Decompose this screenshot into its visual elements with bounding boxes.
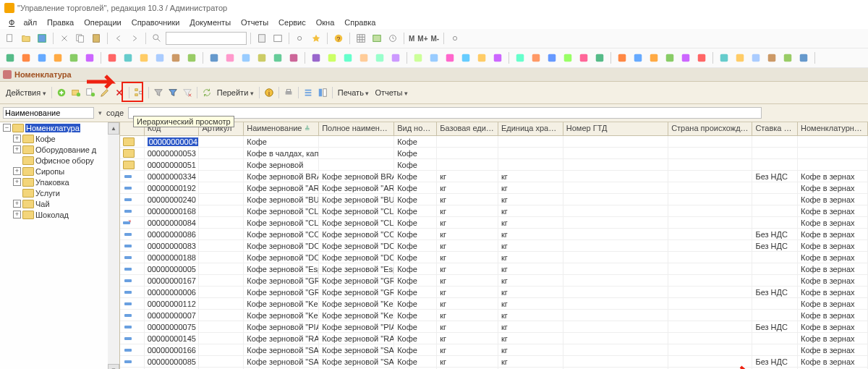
goto-menu[interactable]: Перейти bbox=[214, 88, 257, 97]
folder-tree[interactable]: −Номенклатура +Кофе+Оборудование дОфисно… bbox=[0, 122, 120, 369]
tree-item[interactable]: Офисное обору bbox=[0, 155, 119, 166]
toolbar2-btn-8[interactable] bbox=[137, 51, 151, 65]
toolbar2-btn-32[interactable] bbox=[545, 51, 559, 65]
delete-icon[interactable] bbox=[112, 85, 127, 100]
tree-item[interactable]: +Сиропы bbox=[0, 166, 119, 177]
toolbar2-btn-13[interactable] bbox=[223, 51, 237, 65]
tree-root[interactable]: Номенклатура bbox=[25, 124, 80, 132]
cut-icon[interactable] bbox=[57, 31, 72, 46]
table-row[interactable]: 00000000166Кофе зерновой "SAN P…Кофе зер… bbox=[120, 344, 868, 356]
toolbar2-btn-12[interactable] bbox=[207, 51, 221, 65]
toolbar2-btn-4[interactable] bbox=[67, 51, 81, 65]
table-row[interactable]: 00000000086Кофе зерновой "COST…Кофе зерн… bbox=[120, 229, 868, 240]
toolbar2-btn-44[interactable] bbox=[749, 51, 763, 65]
toolbar2-btn-25[interactable] bbox=[427, 51, 441, 65]
search-icon[interactable] bbox=[150, 31, 164, 46]
toolbar2-btn-33[interactable] bbox=[561, 51, 575, 65]
toolbar2-btn-24[interactable] bbox=[411, 51, 425, 65]
toolbar2-btn-34[interactable] bbox=[576, 51, 591, 65]
toolbar2-btn-14[interactable] bbox=[239, 51, 253, 65]
toolbar2-btn-31[interactable] bbox=[529, 51, 543, 65]
table-row[interactable]: 00000000083Кофе зерновой "DODIC…Кофе зер… bbox=[120, 240, 868, 252]
table-row[interactable]: 00000000007Кофе зерновой "Kenya …Кофе зе… bbox=[120, 310, 868, 321]
filter-icon[interactable] bbox=[151, 85, 166, 100]
tree-item[interactable]: +Упаковка bbox=[0, 177, 119, 187]
toolbar2-btn-22[interactable] bbox=[373, 51, 387, 65]
table-row[interactable]: 00000000168Кофе зерновой "CLASS…Кофе зер… bbox=[120, 205, 868, 217]
table-row[interactable]: 00000000167Кофе зерновой "GRAN …Кофе зер… bbox=[120, 275, 868, 287]
table-icon[interactable] bbox=[370, 31, 384, 46]
detail-icon[interactable] bbox=[315, 85, 330, 100]
toolbar2-btn-17[interactable] bbox=[286, 51, 301, 65]
toolbar2-btn-10[interactable] bbox=[169, 51, 183, 65]
col-kind[interactable]: Вид номенкл… bbox=[394, 122, 437, 135]
add-folder-icon[interactable] bbox=[69, 85, 83, 100]
toolbar2-btn-16[interactable] bbox=[271, 51, 285, 65]
calendar-icon[interactable] bbox=[271, 31, 285, 46]
table-row[interactable]: 00000000334Кофе зерновой BRAZI…Кофе зерн… bbox=[120, 171, 868, 182]
toolbar2-btn-41[interactable] bbox=[694, 51, 709, 65]
toolbar2-btn-23[interactable] bbox=[388, 51, 403, 65]
hierarchy-view-button[interactable] bbox=[132, 85, 146, 100]
save-icon[interactable] bbox=[35, 31, 49, 46]
col-country[interactable]: Страна происхождения bbox=[668, 122, 752, 135]
help-icon[interactable]: ? bbox=[331, 31, 346, 46]
toolbar2-btn-46[interactable] bbox=[780, 51, 795, 65]
search-combo[interactable] bbox=[166, 32, 247, 45]
col-vat[interactable]: Ставка НДС bbox=[752, 122, 798, 135]
table-row[interactable]: 00000000240Кофе зерновой "BUON …Кофе зер… bbox=[120, 194, 868, 205]
menu-refs[interactable]: Справочники bbox=[127, 17, 184, 27]
grid-icon[interactable] bbox=[354, 31, 368, 46]
copy-icon[interactable] bbox=[73, 31, 88, 46]
tree-item[interactable]: +Чай bbox=[0, 198, 119, 209]
actions-menu[interactable]: Действия bbox=[3, 88, 49, 97]
toolbar2-btn-47[interactable] bbox=[796, 51, 811, 65]
toolbar2-btn-42[interactable] bbox=[717, 51, 731, 65]
star-icon[interactable] bbox=[309, 31, 323, 46]
toolbar2-btn-6[interactable] bbox=[105, 51, 119, 65]
table-row[interactable]: 00000000084Кофе зерновой "CLASS…Кофе зер… bbox=[120, 217, 868, 229]
menu-file[interactable]: Файл bbox=[4, 17, 41, 27]
toolbar2-btn-18[interactable] bbox=[309, 51, 323, 65]
col-group[interactable]: Номенклатурная группа bbox=[798, 122, 868, 135]
expand-icon[interactable]: + bbox=[13, 167, 21, 175]
toolbar2-btn-2[interactable] bbox=[35, 51, 49, 65]
menu-docs[interactable]: Документы bbox=[185, 17, 235, 27]
table-row[interactable]: 00000000004КофеКофе bbox=[120, 136, 868, 148]
toolbar2-btn-3[interactable] bbox=[51, 51, 65, 65]
toolbar2-btn-28[interactable] bbox=[475, 51, 489, 65]
tree-item[interactable]: +Кофе bbox=[0, 133, 119, 144]
toolbar2-btn-40[interactable] bbox=[678, 51, 693, 65]
toolbar2-btn-27[interactable] bbox=[459, 51, 473, 65]
m-icon[interactable]: M bbox=[408, 35, 415, 43]
col-storeunit[interactable]: Единица хранения ос… bbox=[498, 122, 563, 135]
col-baseunit[interactable]: Базовая единица из… bbox=[437, 122, 498, 135]
paste-icon[interactable] bbox=[89, 31, 103, 46]
menu-service[interactable]: Сервис bbox=[274, 17, 310, 27]
menu-windows[interactable]: Окна bbox=[312, 17, 339, 27]
table-row[interactable]: 00000000051Кофе зерновойКофе bbox=[120, 159, 868, 171]
add-icon[interactable] bbox=[54, 85, 69, 100]
table-row[interactable]: 00000000192Кофе зерновой "AROM…Кофе зерн… bbox=[120, 182, 868, 194]
redo-icon[interactable] bbox=[127, 31, 142, 46]
menu-help[interactable]: Справка bbox=[340, 17, 380, 27]
undo-icon[interactable] bbox=[111, 31, 126, 46]
link-icon[interactable] bbox=[293, 31, 307, 46]
toolbar2-btn-9[interactable] bbox=[153, 51, 167, 65]
table-row[interactable]: 00000000053Кофе в чалдах, капсулахКофе bbox=[120, 148, 868, 159]
m-plus-icon[interactable]: M+ bbox=[417, 35, 428, 43]
tree-item[interactable]: +Оборудование д bbox=[0, 144, 119, 155]
info-icon[interactable]: i bbox=[262, 85, 276, 100]
expand-icon[interactable]: + bbox=[13, 135, 21, 143]
toolbar2-btn-43[interactable] bbox=[733, 51, 747, 65]
toolbar2-btn-21[interactable] bbox=[357, 51, 371, 65]
m-minus-icon[interactable]: M- bbox=[430, 35, 441, 43]
calc-icon[interactable] bbox=[255, 31, 269, 46]
toolbar2-btn-0[interactable] bbox=[3, 51, 17, 65]
col-gtd[interactable]: Номер ГТД bbox=[563, 122, 668, 135]
table-row[interactable]: 00000000188Кофе зерновой "DOLC…Кофе зерн… bbox=[120, 252, 868, 263]
toolbar2-btn-7[interactable] bbox=[121, 51, 135, 65]
expand-icon[interactable]: + bbox=[13, 200, 21, 208]
expand-icon[interactable]: + bbox=[13, 211, 21, 219]
print-menu[interactable]: Печать bbox=[335, 88, 373, 97]
